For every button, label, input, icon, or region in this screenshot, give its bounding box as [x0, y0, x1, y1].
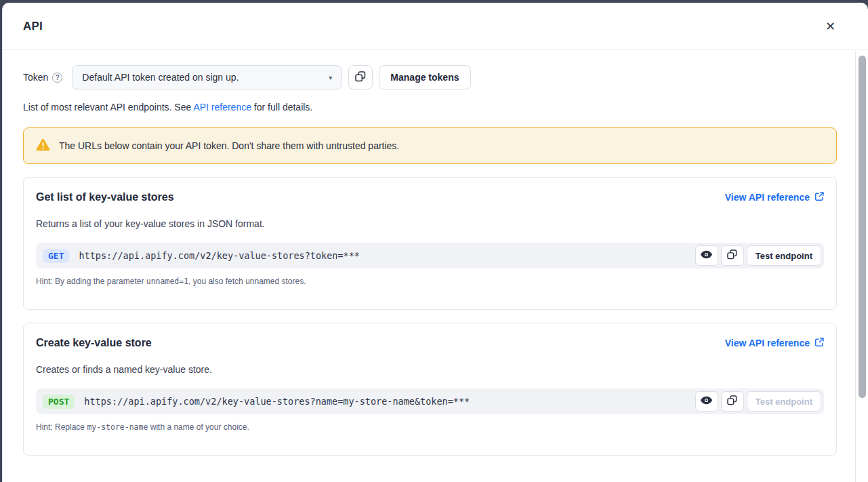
- modal-header: API ✕: [3, 3, 868, 50]
- copy-url-button[interactable]: [721, 391, 744, 411]
- eye-icon: [701, 396, 712, 407]
- endpoint-actions: Test endpoint: [695, 245, 821, 266]
- endpoint-url: https://api.apify.com/v2/key-value-store…: [84, 396, 695, 407]
- scrollbar-track: [855, 51, 868, 482]
- endpoint-hint: Hint: By adding the parameter unnamed=1,…: [36, 277, 824, 286]
- endpoint-url-bar: GET https://api.apify.com/v2/key-value-s…: [36, 243, 824, 268]
- endpoint-hint: Hint: Replace my-store-name with a name …: [36, 422, 824, 432]
- endpoint-actions: Test endpoint: [695, 391, 821, 411]
- api-modal: API ✕ Token ? Default API token created …: [2, 3, 868, 482]
- card-title: Create key-value store: [36, 337, 152, 349]
- token-label: Token: [23, 72, 48, 83]
- reveal-token-button[interactable]: [695, 245, 718, 266]
- warning-banner: The URLs below contain your API token. D…: [23, 127, 837, 164]
- hint-after: with a name of your choice.: [148, 422, 249, 432]
- view-api-reference-link[interactable]: View API reference: [725, 192, 824, 203]
- test-endpoint-button[interactable]: Test endpoint: [747, 245, 821, 266]
- external-link-icon: [814, 192, 824, 203]
- close-icon[interactable]: ✕: [823, 18, 838, 35]
- copy-icon: [355, 71, 366, 84]
- test-endpoint-button[interactable]: Test endpoint: [747, 391, 821, 411]
- http-method-badge: GET: [43, 249, 69, 263]
- scrollbar-thumb[interactable]: [859, 56, 866, 398]
- intro-after: for full details.: [251, 102, 312, 113]
- http-method-badge: POST: [43, 395, 75, 409]
- card-header: Create key-value store View API referenc…: [36, 337, 824, 349]
- external-link-icon: [814, 338, 824, 349]
- copy-icon: [727, 395, 737, 407]
- token-select-dropdown[interactable]: Default API token created on sign up. ▾: [72, 65, 342, 89]
- endpoint-url-bar: POST https://api.apify.com/v2/key-value-…: [36, 388, 824, 414]
- endpoint-card-get-list: Get list of key-value stores View API re…: [23, 177, 837, 310]
- eye-icon: [701, 250, 712, 261]
- token-row: Token ? Default API token created on sig…: [23, 65, 837, 89]
- hint-after: , you also fetch unnamed stores.: [188, 277, 306, 286]
- hint-code: unnamed=1: [146, 277, 188, 286]
- hint-code: my-store-name: [87, 422, 148, 432]
- hint-before: Hint: Replace: [36, 422, 87, 432]
- modal-title: API: [23, 20, 43, 33]
- api-reference-link[interactable]: API reference: [193, 102, 251, 113]
- view-api-reference-label: View API reference: [725, 338, 810, 348]
- copy-token-button[interactable]: [348, 65, 373, 89]
- intro-text: List of most relevant API endpoints. See…: [23, 102, 837, 113]
- copy-url-button[interactable]: [721, 245, 744, 266]
- manage-tokens-button[interactable]: Manage tokens: [379, 65, 470, 89]
- intro-before: List of most relevant API endpoints. See: [23, 102, 193, 113]
- endpoint-card-create-store: Create key-value store View API referenc…: [23, 323, 837, 456]
- reveal-token-button[interactable]: [695, 391, 718, 411]
- view-api-reference-label: View API reference: [725, 192, 810, 203]
- chevron-down-icon: ▾: [329, 74, 332, 81]
- view-api-reference-link[interactable]: View API reference: [725, 338, 824, 349]
- card-description: Creates or finds a named key-value store…: [36, 364, 824, 375]
- modal-body: Token ? Default API token created on sig…: [3, 50, 868, 469]
- endpoint-url: https://api.apify.com/v2/key-value-store…: [79, 250, 695, 261]
- warning-message: The URLs below contain your API token. D…: [59, 140, 399, 151]
- token-select-value: Default API token created on sign up.: [82, 72, 239, 83]
- card-header: Get list of key-value stores View API re…: [36, 191, 824, 203]
- copy-icon: [727, 249, 737, 262]
- warning-icon: [36, 138, 50, 154]
- help-icon[interactable]: ?: [52, 73, 62, 83]
- card-title: Get list of key-value stores: [36, 191, 174, 203]
- card-description: Returns a list of your key-value stores …: [36, 218, 824, 229]
- hint-before: Hint: By adding the parameter: [36, 277, 146, 286]
